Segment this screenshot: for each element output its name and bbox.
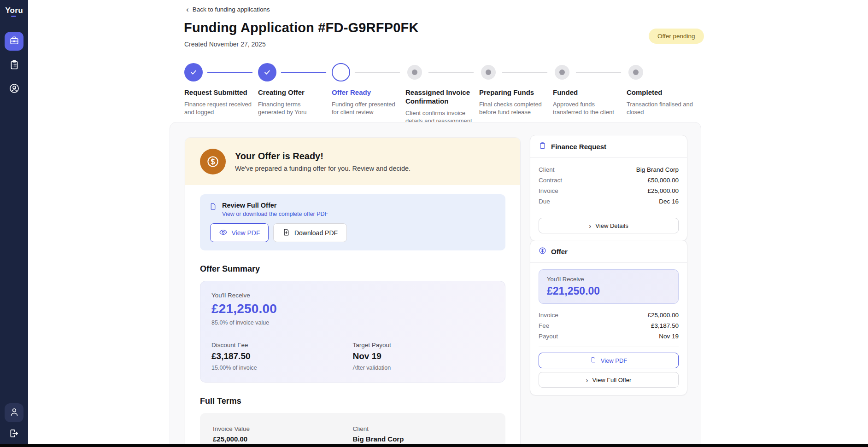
page-title: Funding Application #FD-G9RFP0FK bbox=[184, 20, 419, 35]
term-field: Client Big Brand Corp bbox=[353, 425, 493, 443]
sidebar-item-funding[interactable] bbox=[5, 32, 23, 51]
user-icon bbox=[9, 407, 19, 419]
divider bbox=[211, 334, 494, 334]
step-label: Request Submitted bbox=[184, 88, 252, 97]
offer-row-payout: Payout Nov 19 bbox=[539, 331, 679, 342]
offer-main-card: Your Offer is Ready! We've prepared a fu… bbox=[185, 137, 521, 447]
download-pdf-button[interactable]: Download PDF bbox=[273, 223, 347, 242]
step-description: Financing terms generated by Yoru bbox=[258, 100, 326, 116]
step-pending-circle bbox=[407, 65, 422, 80]
receive-amount: £21,250.00 bbox=[547, 285, 670, 297]
app-logo: Yoru bbox=[0, 0, 28, 17]
step-connector bbox=[207, 72, 252, 73]
sidebar: Yoru bbox=[0, 0, 28, 447]
step-current-circle bbox=[332, 63, 350, 81]
target-payout-note: After validation bbox=[353, 365, 494, 371]
finance-row-due: Due Dec 16 bbox=[539, 196, 679, 207]
view-full-offer-button[interactable]: › View Full Offer bbox=[539, 372, 679, 388]
term-value: Big Brand Corp bbox=[353, 435, 493, 443]
offer-side-card: Offer You'll Receive £21,250.00 Invoice … bbox=[530, 240, 687, 395]
back-link[interactable]: ‹ Back to funding applications bbox=[186, 6, 270, 13]
view-pdf-button[interactable]: View PDF bbox=[210, 223, 269, 242]
step-connector bbox=[576, 72, 621, 73]
view-details-label: View Details bbox=[595, 222, 628, 229]
receive-label: You'll Receive bbox=[211, 292, 494, 299]
offer-summary-card: You'll Receive £21,250.00 85.0% of invoi… bbox=[200, 281, 505, 383]
offer-view-pdf-button[interactable]: View PDF bbox=[539, 353, 679, 368]
step-creating-offer: Creating Offer Financing terms generated… bbox=[258, 63, 332, 125]
receive-label: You'll Receive bbox=[547, 276, 670, 283]
dollar-coin-icon bbox=[200, 149, 226, 174]
sidebar-item-logout[interactable] bbox=[0, 428, 28, 441]
step-description: Finance request received and logged bbox=[184, 100, 252, 116]
step-complete-check-icon bbox=[258, 63, 276, 81]
step-description: Transaction finalised and closed bbox=[627, 100, 695, 116]
sidebar-item-requests[interactable] bbox=[0, 59, 28, 72]
status-badge: Offer pending bbox=[649, 29, 704, 44]
progress-stepper: Request Submitted Finance request receiv… bbox=[184, 63, 700, 125]
step-complete-check-icon bbox=[184, 63, 203, 81]
view-details-button[interactable]: › View Details bbox=[539, 218, 679, 233]
banner-title: Your Offer is Ready! bbox=[235, 151, 411, 162]
offer-ready-banner: Your Offer is Ready! We've prepared a fu… bbox=[185, 138, 520, 185]
step-label: Offer Ready bbox=[332, 88, 400, 97]
download-icon bbox=[282, 228, 290, 238]
full-terms-heading: Full Terms bbox=[200, 396, 505, 406]
document-icon bbox=[590, 356, 597, 365]
review-offer-title: Review Full Offer bbox=[222, 202, 328, 209]
dollar-coin-icon bbox=[539, 247, 546, 256]
divider bbox=[539, 347, 679, 347]
step-description: Final checks completed before fund relea… bbox=[479, 100, 547, 116]
offer-row-invoice: Invoice £25,000.00 bbox=[539, 310, 679, 320]
bottom-edge-bar bbox=[0, 444, 868, 447]
step-label: Reassigned Invoice Confirmation bbox=[405, 88, 474, 106]
clipboard-icon bbox=[9, 59, 20, 72]
step-label: Completed bbox=[627, 88, 695, 97]
you-will-receive-box: You'll Receive £21,250.00 bbox=[539, 269, 679, 304]
step-connector bbox=[281, 72, 326, 73]
step-preparing-funds: Preparing Funds Final checks completed b… bbox=[479, 63, 553, 125]
term-field: Invoice Value £25,000.00 bbox=[213, 425, 353, 443]
chevron-left-icon: ‹ bbox=[186, 6, 189, 13]
finance-row-contract: Contract £50,000.00 bbox=[539, 175, 679, 186]
step-pending-circle bbox=[628, 65, 643, 80]
divider bbox=[539, 212, 679, 212]
finance-row-client: Client Big Brand Corp bbox=[539, 164, 679, 175]
view-pdf-label: View PDF bbox=[232, 229, 260, 237]
step-pending-circle bbox=[555, 65, 569, 80]
step-connector bbox=[428, 72, 474, 73]
view-full-offer-label: View Full Offer bbox=[592, 377, 632, 383]
step-description: Funding offer presented for client revie… bbox=[332, 100, 400, 116]
discount-fee-label: Discount Fee bbox=[211, 342, 353, 348]
created-date: Created November 27, 2025 bbox=[184, 41, 266, 48]
step-connector bbox=[355, 72, 400, 73]
finance-row-invoice: Invoice £25,000.00 bbox=[539, 186, 679, 196]
step-completed: Completed Transaction finalised and clos… bbox=[627, 63, 700, 125]
step-reassigned-invoice-confirmation: Reassigned Invoice Confirmation Client c… bbox=[405, 63, 479, 125]
offer-row-fee: Fee £3,187.50 bbox=[539, 320, 679, 331]
chevron-right-icon: › bbox=[586, 377, 588, 383]
target-payout-label: Target Payout bbox=[353, 342, 494, 348]
clipboard-icon bbox=[539, 142, 546, 151]
step-pending-circle bbox=[481, 65, 496, 80]
chevron-right-icon: › bbox=[589, 222, 591, 229]
offer-summary-heading: Offer Summary bbox=[200, 264, 505, 274]
logout-icon bbox=[9, 428, 19, 441]
step-request-submitted: Request Submitted Finance request receiv… bbox=[184, 63, 258, 125]
banner-subtitle: We've prepared a funding offer for you. … bbox=[235, 165, 411, 172]
sidebar-item-clients[interactable] bbox=[0, 83, 28, 96]
briefcase-icon bbox=[9, 35, 19, 47]
step-offer-ready: Offer Ready Funding offer presented for … bbox=[332, 63, 405, 125]
step-label: Preparing Funds bbox=[479, 88, 547, 97]
finance-request-title: Finance Request bbox=[551, 143, 606, 151]
step-label: Funded bbox=[553, 88, 621, 97]
document-icon bbox=[209, 202, 217, 217]
sidebar-item-profile[interactable] bbox=[5, 403, 23, 422]
offer-view-pdf-label: View PDF bbox=[601, 357, 628, 364]
receive-amount: £21,250.00 bbox=[211, 302, 494, 316]
full-terms-card: Invoice Value £25,000.00 Client Big Bran… bbox=[200, 413, 505, 447]
download-pdf-label: Download PDF bbox=[294, 229, 338, 237]
step-funded: Funded Approved funds transferred to the… bbox=[553, 63, 627, 125]
term-label: Client bbox=[353, 425, 493, 432]
term-value: £25,000.00 bbox=[213, 435, 353, 443]
